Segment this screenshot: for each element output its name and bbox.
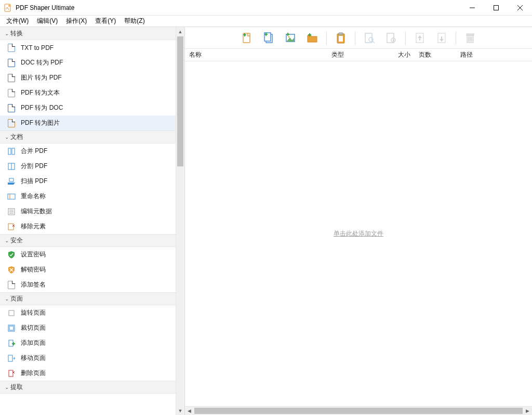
- group-header[interactable]: ⌄页面: [0, 292, 176, 305]
- item-sign[interactable]: 添加签名: [0, 277, 176, 292]
- close-button[interactable]: [508, 0, 532, 16]
- item-merge[interactable]: 合并 PDF: [0, 144, 176, 159]
- svg-rect-7: [12, 148, 15, 154]
- sidebar-item-label: 移动页面: [21, 354, 46, 362]
- col-type[interactable]: 类型: [327, 50, 394, 59]
- app-icon: [4, 4, 12, 12]
- move-up-button[interactable]: [409, 29, 431, 47]
- sidebar-item-label: PDF 转为 DOC: [21, 103, 63, 112]
- group-label: 提取: [10, 383, 23, 392]
- item-set-pwd[interactable]: 设置密码: [0, 247, 176, 262]
- add-image-button[interactable]: [280, 29, 301, 47]
- svg-rect-57: [467, 34, 474, 35]
- file-settings-button[interactable]: [380, 29, 402, 47]
- scroll-down-icon[interactable]: ▼: [176, 406, 184, 415]
- add-files-placeholder[interactable]: 单击此处添加文件: [334, 229, 383, 238]
- item-crop[interactable]: 裁切页面: [0, 320, 176, 335]
- sidebar-item-label: 删除页面: [21, 369, 46, 378]
- scroll-up-icon[interactable]: ▲: [176, 27, 184, 36]
- item-pdf-to-txt[interactable]: PDF 转为文本: [0, 85, 176, 100]
- item-txt-to-pdf[interactable]: TXT to PDF: [0, 40, 176, 55]
- sidebar-tree: ⌄转换TXT to PDFDOC 转为 PDF图片 转为 PDFPDF 转为文本…: [0, 27, 176, 415]
- menu-edit[interactable]: 编辑(V): [33, 16, 62, 27]
- group-header[interactable]: ⌄安全: [0, 234, 176, 247]
- maximize-button[interactable]: [484, 0, 508, 16]
- chevron-down-icon: ⌄: [3, 31, 10, 36]
- delete-button[interactable]: [459, 29, 481, 47]
- item-metadata[interactable]: 编辑元数据: [0, 204, 176, 219]
- svg-line-50: [373, 41, 375, 43]
- paste-button[interactable]: [330, 29, 352, 47]
- col-pages[interactable]: 页数: [415, 50, 456, 59]
- add-files-button[interactable]: [258, 29, 280, 47]
- svg-rect-28: [8, 355, 12, 361]
- col-path[interactable]: 路径: [456, 50, 532, 59]
- col-name[interactable]: 名称: [185, 50, 327, 59]
- menu-view[interactable]: 查看(Y): [91, 16, 120, 27]
- sidebar-item-label: 重命名称: [21, 192, 46, 201]
- item-addpg[interactable]: 添加页面: [0, 335, 176, 351]
- movepg-icon: [7, 354, 16, 362]
- sidebar-item-label: 编辑元数据: [21, 207, 52, 216]
- item-delpg[interactable]: 删除页面: [0, 366, 176, 381]
- item-pdf-to-doc[interactable]: PDF 转为 DOC: [0, 100, 176, 115]
- scan-icon: [7, 177, 16, 186]
- sidebar-item-label: 设置密码: [21, 250, 46, 259]
- item-doc-to-pdf[interactable]: DOC 转为 PDF: [0, 55, 176, 70]
- scroll-thumb[interactable]: [177, 36, 183, 166]
- group-header[interactable]: ⌄转换: [0, 27, 176, 40]
- sidebar-item-label: DOC 转为 PDF: [21, 58, 63, 67]
- item-split[interactable]: 分割 PDF: [0, 159, 176, 174]
- group-label: 页面: [10, 294, 23, 303]
- horizontal-scrollbar[interactable]: ◀ ▶: [185, 406, 532, 415]
- group-label: 转换: [10, 29, 23, 38]
- item-scan[interactable]: 扫描 PDF: [0, 174, 176, 189]
- menu-help[interactable]: 帮助(Z): [120, 16, 149, 27]
- col-size[interactable]: 大小: [394, 50, 415, 59]
- menu-action[interactable]: 操作(X): [62, 16, 91, 27]
- toolbar-separator: [355, 31, 355, 45]
- sidebar: ⌄转换TXT to PDFDOC 转为 PDF图片 转为 PDFPDF 转为文本…: [0, 27, 185, 415]
- pdf-doc-icon: [7, 104, 16, 112]
- merge-icon: [7, 147, 16, 155]
- item-pdf-to-img[interactable]: PDF 转为图片: [0, 115, 176, 131]
- svg-point-40: [288, 36, 290, 37]
- preview-button[interactable]: [358, 29, 380, 47]
- sidebar-item-label: 分割 PDF: [21, 162, 47, 171]
- group-header[interactable]: ⌄提取: [0, 381, 176, 394]
- menu-file[interactable]: 文件(W): [2, 16, 33, 27]
- window-title: PDF Shaper Ultimate: [16, 4, 74, 11]
- crop-icon: [7, 324, 16, 332]
- doc-icon: [7, 59, 16, 67]
- item-rotate[interactable]: 旋转页面: [0, 305, 176, 320]
- sidebar-item-label: 添加页面: [21, 339, 46, 347]
- group-header[interactable]: ⌄文档: [0, 131, 176, 144]
- svg-point-1: [8, 5, 10, 7]
- item-remove-el[interactable]: 移除元素: [0, 219, 176, 234]
- add-folder-button[interactable]: [301, 29, 323, 47]
- scroll-right-icon[interactable]: ▶: [523, 407, 532, 415]
- item-img-to-pdf[interactable]: 图片 转为 PDF: [0, 70, 176, 85]
- shield-set-icon: [7, 251, 16, 259]
- sign-icon: [7, 281, 16, 289]
- sidebar-scrollbar[interactable]: ▲ ▼: [176, 27, 184, 415]
- file-drop-area[interactable]: 单击此处添加文件: [185, 61, 532, 406]
- add-file-button[interactable]: [236, 29, 258, 47]
- pdf-img-icon: [7, 119, 16, 127]
- move-down-button[interactable]: [431, 29, 453, 47]
- rotate-icon: [7, 309, 16, 317]
- svg-rect-47: [339, 36, 343, 42]
- scroll-left-icon[interactable]: ◀: [185, 407, 194, 415]
- content-pane: 名称 类型 大小 页数 路径 单击此处添加文件 ◀ ▶: [185, 27, 532, 415]
- minimize-button[interactable]: [460, 0, 484, 16]
- item-movepg[interactable]: 移动页面: [0, 351, 176, 366]
- metadata-icon: [7, 208, 16, 216]
- txt-icon: [7, 44, 16, 52]
- split-icon: [7, 162, 16, 171]
- sidebar-item-label: 旋转页面: [21, 308, 46, 317]
- menu-bar: 文件(W) 编辑(V) 操作(X) 查看(Y) 帮助(Z): [0, 16, 532, 27]
- item-unlock[interactable]: 解锁密码: [0, 262, 176, 277]
- hscroll-thumb[interactable]: [194, 408, 523, 414]
- item-rename[interactable]: 重命名称: [0, 189, 176, 204]
- sidebar-item-label: 图片 转为 PDF: [21, 73, 62, 82]
